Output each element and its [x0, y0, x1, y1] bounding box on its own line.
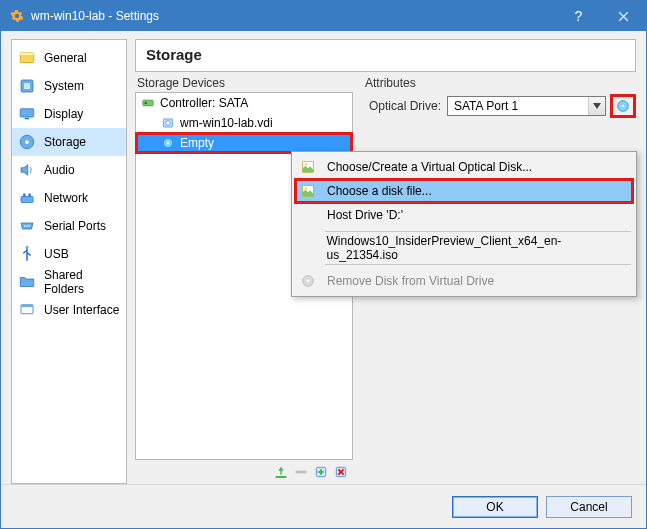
menu-item-label: Choose/Create a Virtual Optical Disk...: [327, 160, 532, 174]
sidebar-item-label: Serial Ports: [44, 219, 106, 233]
svg-point-34: [307, 280, 310, 283]
disk-context-menu: Choose/Create a Virtual Optical Disk... …: [291, 151, 637, 297]
optical-drive-label: Optical Drive:: [365, 99, 441, 113]
sidebar-item-display[interactable]: Display: [12, 100, 126, 128]
menu-item-label: Host Drive 'D:': [327, 208, 403, 222]
sidebar-item-label: System: [44, 79, 84, 93]
controller-icon: [140, 95, 156, 111]
svg-rect-5: [25, 118, 30, 120]
usb-icon: [18, 245, 36, 263]
svg-rect-1: [20, 53, 34, 55]
remove-disk-icon: [299, 272, 317, 290]
svg-point-32: [305, 187, 308, 190]
svg-point-11: [24, 225, 26, 227]
chevron-down-icon: [588, 97, 605, 115]
sidebar-item-user-interface[interactable]: User Interface: [12, 296, 126, 324]
gear-icon: [9, 8, 25, 24]
svg-rect-9: [23, 194, 25, 197]
folder-icon: [18, 273, 36, 291]
svg-point-30: [305, 163, 308, 166]
sidebar-item-network[interactable]: Network: [12, 184, 126, 212]
sidebar-item-label: Storage: [44, 135, 86, 149]
svg-rect-18: [145, 102, 147, 104]
disk-row[interactable]: wm-win10-lab.vdi: [136, 113, 352, 133]
svg-rect-8: [21, 197, 33, 203]
optical-drive-combo[interactable]: SATA Port 1: [447, 96, 606, 116]
optical-drive-value: SATA Port 1: [454, 99, 518, 113]
cd-icon: [160, 135, 176, 151]
svg-rect-23: [276, 476, 287, 478]
svg-point-22: [167, 142, 169, 144]
serial-icon: [18, 217, 36, 235]
menu-item-label: Windows10_InsiderPreview_Client_x64_en-u…: [327, 234, 625, 262]
window-title: wm-win10-lab - Settings: [31, 9, 556, 23]
display-icon: [18, 105, 36, 123]
svg-rect-17: [143, 100, 154, 106]
disk-label: wm-win10-lab.vdi: [180, 116, 273, 130]
disk-label: Empty: [180, 136, 214, 150]
sidebar-item-label: User Interface: [44, 303, 119, 317]
optical-row-selected[interactable]: Empty: [136, 133, 352, 153]
storage-devices-label: Storage Devices: [135, 76, 353, 92]
attributes-label: Attributes: [363, 76, 636, 92]
svg-rect-24: [296, 471, 307, 474]
menu-choose-create-disk[interactable]: Choose/Create a Virtual Optical Disk...: [295, 155, 633, 179]
system-icon: [18, 77, 36, 95]
blank-icon: [299, 206, 317, 224]
titlebar: wm-win10-lab - Settings ?: [1, 1, 646, 31]
sidebar-item-storage[interactable]: Storage: [12, 128, 126, 156]
add-attachment-button[interactable]: [313, 464, 329, 480]
cancel-button[interactable]: Cancel: [546, 496, 632, 518]
svg-rect-10: [29, 194, 31, 197]
disk-image-icon: [299, 182, 317, 200]
choose-disk-button[interactable]: [612, 96, 634, 116]
ui-icon: [18, 301, 36, 319]
menu-item-label: Remove Disk from Virtual Drive: [327, 274, 494, 288]
sidebar-item-label: Display: [44, 107, 83, 121]
svg-point-14: [26, 246, 29, 249]
network-icon: [18, 189, 36, 207]
sidebar-item-label: Audio: [44, 163, 75, 177]
sidebar-item-usb[interactable]: USB: [12, 240, 126, 268]
menu-separator: [325, 231, 631, 232]
blank-icon: [299, 239, 317, 257]
svg-point-7: [25, 140, 29, 144]
close-button[interactable]: [601, 1, 646, 31]
help-button[interactable]: ?: [556, 1, 601, 31]
menu-choose-disk-file[interactable]: Choose a disk file...: [295, 179, 633, 203]
svg-point-20: [166, 121, 171, 126]
ok-button[interactable]: OK: [452, 496, 538, 518]
dialog-footer: OK Cancel: [1, 484, 646, 528]
sidebar-item-general[interactable]: General: [12, 44, 126, 72]
add-controller-button[interactable]: [273, 464, 289, 480]
sidebar-item-label: General: [44, 51, 87, 65]
svg-rect-16: [21, 305, 33, 307]
sidebar-item-system[interactable]: System: [12, 72, 126, 100]
settings-sidebar: General System Display Storage Audio Net…: [11, 39, 127, 484]
audio-icon: [18, 161, 36, 179]
controller-row[interactable]: Controller: SATA: [136, 93, 352, 113]
storage-icon: [18, 133, 36, 151]
svg-rect-4: [20, 109, 34, 117]
remove-controller-button[interactable]: [293, 464, 309, 480]
disk-image-icon: [299, 158, 317, 176]
menu-host-drive[interactable]: Host Drive 'D:': [295, 203, 633, 227]
svg-point-28: [622, 105, 625, 108]
svg-point-12: [26, 225, 28, 227]
sidebar-item-serial-ports[interactable]: Serial Ports: [12, 212, 126, 240]
general-icon: [18, 49, 36, 67]
menu-iso-recent[interactable]: Windows10_InsiderPreview_Client_x64_en-u…: [295, 236, 633, 260]
sidebar-item-shared-folders[interactable]: Shared Folders: [12, 268, 126, 296]
hdd-icon: [160, 115, 176, 131]
sidebar-item-label: USB: [44, 247, 69, 261]
menu-remove-disk: Remove Disk from Virtual Drive: [295, 269, 633, 293]
sidebar-item-label: Shared Folders: [44, 268, 120, 296]
settings-window: wm-win10-lab - Settings ? General System…: [0, 0, 647, 529]
sidebar-item-label: Network: [44, 191, 88, 205]
menu-item-label: Choose a disk file...: [327, 184, 432, 198]
page-title: Storage: [146, 46, 625, 63]
sidebar-item-audio[interactable]: Audio: [12, 156, 126, 184]
storage-toolbar: [135, 460, 353, 484]
remove-attachment-button[interactable]: [333, 464, 349, 480]
page-header: Storage: [135, 39, 636, 72]
